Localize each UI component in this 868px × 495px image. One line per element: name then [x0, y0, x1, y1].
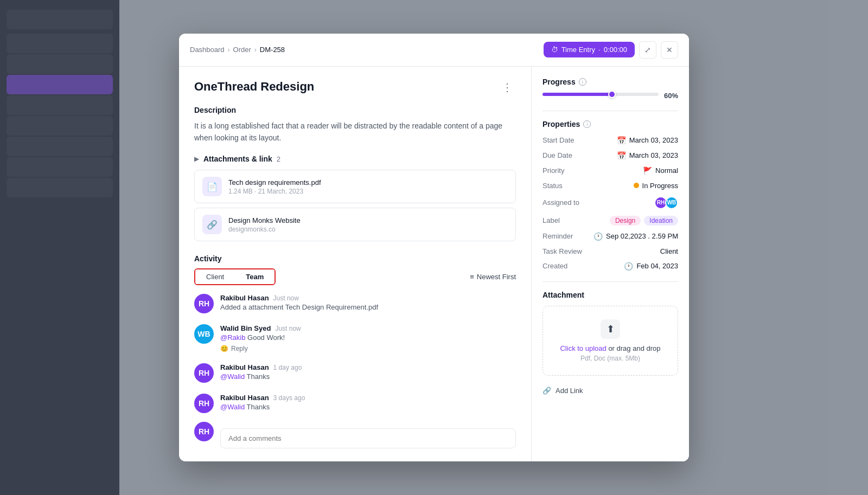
progress-value: 60% — [664, 92, 678, 100]
upload-icon: ⬆ — [601, 319, 620, 339]
mention-walid-3: @Walid — [220, 372, 245, 381]
attachment-pdf-name: Tech design requirements.pdf — [228, 178, 508, 187]
progress-row: 60% — [542, 92, 678, 100]
clock-icon: ⏱ — [551, 46, 558, 54]
add-link-label: Add Link — [556, 387, 583, 395]
activity-item-4: RH Rakibul Hasan 3 days ago @Walid Thank… — [194, 394, 516, 413]
close-button[interactable]: ✕ — [661, 41, 678, 59]
breadcrumb-current: DM-258 — [260, 46, 285, 54]
expand-button[interactable]: ⤢ — [639, 41, 656, 59]
avatar-rh-4: RH — [194, 394, 214, 413]
sort-button[interactable]: ≡ Newest First — [470, 273, 516, 281]
calendar-icon-start: 📅 — [617, 136, 626, 145]
modal-actions: ⏱ Time Entry · 0:00:00 ⤢ ✕ — [544, 41, 678, 59]
tab-client[interactable]: Client — [195, 269, 235, 284]
properties-info-icon: i — [583, 120, 591, 128]
prop-val-status[interactable]: In Progress — [634, 182, 678, 190]
created-clock-icon: 🕐 — [624, 262, 633, 271]
attachment-pdf-meta: 1.24 MB · 21 March, 2023 — [228, 188, 508, 195]
divider-2 — [542, 281, 678, 282]
label-design[interactable]: Design — [610, 216, 641, 226]
attachment-upload-section: Attachment ⬆ Click to upload or drag and… — [542, 291, 678, 399]
prop-task-review: Task Review Client — [542, 247, 678, 255]
progress-header: Progress i — [542, 78, 678, 86]
prop-key-due-date: Due Date — [542, 151, 591, 159]
prop-val-label[interactable]: Design Ideation — [610, 216, 678, 226]
comment-input[interactable] — [220, 428, 516, 448]
comment-time-4: 3 days ago — [273, 394, 305, 402]
modal-backdrop: Dashboard › Order › DM-258 ⏱ Time Entry … — [0, 0, 868, 495]
task-modal: Dashboard › Order › DM-258 ⏱ Time Entry … — [179, 34, 689, 462]
attachments-header[interactable]: ▶ Attachments & link 2 — [194, 155, 516, 163]
time-entry-button[interactable]: ⏱ Time Entry · 0:00:00 — [544, 42, 635, 57]
properties-header: Properties i — [542, 120, 678, 128]
task-title-row: OneThread Redesign ⋮ — [194, 80, 516, 95]
upload-area[interactable]: ⬆ Click to upload or drag and drop Pdf, … — [542, 306, 678, 376]
comment-time-2: Just now — [275, 325, 301, 332]
breadcrumb-sep2: › — [254, 46, 257, 54]
progress-thumb — [608, 91, 616, 98]
add-link-button[interactable]: 🔗 Add Link — [542, 382, 583, 399]
activity-content-2: Walid Bin Syed Just now @Rakib Good Work… — [220, 324, 516, 352]
activity-section: Activity Client Team ≡ Newest First — [194, 254, 516, 448]
breadcrumb-order[interactable]: Order — [233, 46, 251, 54]
reply-label: Reply — [231, 345, 248, 352]
activity-content-3: Rakibul Hasan 1 day ago @Walid Thanks — [220, 363, 516, 381]
comment-text-3: @Walid Thanks — [220, 372, 516, 381]
activity-list: RH Rakibul Hasan Just now Added a attach… — [194, 294, 516, 413]
prop-val-created: 🕐 Feb 04, 2023 — [624, 262, 678, 271]
activity-content-4: Rakibul Hasan 3 days ago @Walid Thanks — [220, 394, 516, 411]
time-entry-label: Time Entry — [561, 46, 595, 54]
prop-val-priority[interactable]: 🚩 Normal — [643, 166, 678, 175]
sort-label: Newest First — [477, 273, 516, 281]
progress-track[interactable] — [542, 93, 659, 96]
modal-right-panel: Progress i 60% Properties — [532, 67, 689, 462]
prop-val-start-date[interactable]: 📅 March 03, 2023 — [617, 136, 678, 145]
prop-created: Created 🕐 Feb 04, 2023 — [542, 262, 678, 271]
prop-key-task-review: Task Review — [542, 247, 591, 255]
comment-text-1: Added a attachment Tech Design Requireme… — [220, 303, 516, 311]
reply-button-2[interactable]: 😊 Reply — [220, 345, 248, 352]
activity-content-1: Rakibul Hasan Just now Added a attachmen… — [220, 294, 516, 311]
properties-label: Properties — [542, 120, 580, 128]
task-title: OneThread Redesign — [194, 80, 314, 94]
upload-click-text[interactable]: Click to upload — [560, 344, 606, 352]
prop-due-date: Due Date 📅 March 03, 2023 — [542, 151, 678, 160]
prop-val-assigned[interactable]: RH WB — [654, 196, 678, 209]
properties-section: Properties i Start Date 📅 March 03, 2023… — [542, 120, 678, 271]
prop-key-reminder: Reminder — [542, 232, 591, 240]
attachment-link-meta: designmonks.co — [228, 226, 508, 233]
prop-priority: Priority 🚩 Normal — [542, 166, 678, 175]
prop-val-due-date[interactable]: 📅 March 03, 2023 — [617, 151, 678, 160]
attachment-pdf[interactable]: 📄 Tech design requirements.pdf 1.24 MB ·… — [194, 170, 516, 203]
comment-author-1: Rakibul Hasan — [220, 294, 269, 302]
prop-assigned-to: Assigned to RH WB — [542, 196, 678, 209]
mention-walid-4: @Walid — [220, 403, 245, 411]
breadcrumb-dashboard[interactable]: Dashboard — [190, 46, 225, 54]
prop-val-task-review[interactable]: Client — [660, 247, 678, 255]
activity-label: Activity — [194, 254, 516, 263]
assignee-avatar-2: WB — [665, 196, 678, 209]
attachments-label: Attachments & link — [203, 155, 272, 163]
prop-val-reminder[interactable]: 🕐 Sep 02,2023 . 2.59 PM — [593, 232, 678, 241]
attachment-upload-title: Attachment — [542, 291, 678, 299]
activity-header-4: Rakibul Hasan 3 days ago — [220, 394, 516, 402]
pdf-icon: 📄 — [202, 177, 222, 196]
prop-reminder: Reminder 🕐 Sep 02,2023 . 2.59 PM — [542, 232, 678, 241]
label-ideation[interactable]: Ideation — [644, 216, 678, 226]
more-options-button[interactable]: ⋮ — [499, 80, 516, 95]
time-entry-sep: · — [598, 46, 601, 54]
tab-team[interactable]: Team — [235, 269, 275, 284]
avatar-rh-1: RH — [194, 294, 214, 313]
divider-1 — [542, 111, 678, 111]
comment-text-4: @Walid Thanks — [220, 403, 516, 411]
activity-header-2: Walid Bin Syed Just now — [220, 324, 516, 332]
comment-text-2: @Rakib Good Work! — [220, 333, 516, 342]
comment-time-1: Just now — [273, 294, 299, 302]
attachments-count: 2 — [277, 155, 280, 163]
description-label: Description — [194, 106, 516, 114]
prop-key-assigned: Assigned to — [542, 198, 591, 207]
attachment-link[interactable]: 🔗 Design Monks Website designmonks.co — [194, 208, 516, 241]
activity-tab-group: Client Team — [194, 268, 276, 285]
description-text: It is a long established fact that a rea… — [194, 120, 516, 144]
